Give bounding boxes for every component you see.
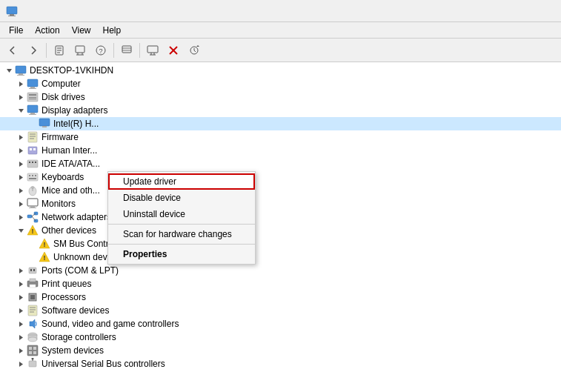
tree-toggle-soft[interactable] <box>15 305 27 316</box>
monitor-button[interactable] <box>143 41 162 60</box>
tree-label-sound: Sound, video and game controllers <box>42 319 179 329</box>
tree-item-sound[interactable]: Sound, video and game controllers <box>0 317 561 330</box>
tree-item-printq[interactable]: Print queues <box>0 277 561 290</box>
device-tree[interactable]: DESKTOP-1VKIHDNComputerDisk drivesDispla… <box>0 62 561 392</box>
svg-marker-99 <box>19 322 23 327</box>
tree-item-soft[interactable]: Software devices <box>0 304 561 317</box>
tree-label-display: Display adapters <box>42 105 107 116</box>
svg-rect-48 <box>28 147 37 154</box>
svg-rect-50 <box>33 148 36 150</box>
svg-rect-53 <box>29 162 30 163</box>
update-driver-button[interactable] <box>70 41 90 60</box>
tree-item-display[interactable]: Display adapters <box>0 104 561 117</box>
tree-icon-keyboards <box>27 171 39 183</box>
tree-icon-sound <box>27 318 39 330</box>
tree-item-smbus[interactable]: !SM Bus Controller <box>0 237 561 250</box>
tree-item-network[interactable]: Network adapters <box>0 210 561 224</box>
close-button[interactable] <box>521 0 555 22</box>
tree-item-storage[interactable]: Storage controllers <box>0 330 561 344</box>
tree-item-keyboards[interactable]: Keyboards <box>0 170 561 184</box>
tree-item-system[interactable]: System devices <box>0 344 561 357</box>
svg-marker-56 <box>19 175 23 180</box>
tree-toggle-proc[interactable] <box>15 291 27 303</box>
menu-item-help[interactable]: Help <box>97 24 127 37</box>
tree-toggle-smbus[interactable] <box>27 238 39 250</box>
tree-label-root: DESKTOP-1VKIHDN <box>30 65 113 76</box>
tree-toggle-monitors[interactable] <box>15 198 27 210</box>
tree-icon-computer <box>27 78 39 90</box>
tree-label-humanint: Human Inter... <box>42 145 97 156</box>
tree-item-other[interactable]: !Other devices <box>0 224 561 237</box>
tree-item-computer[interactable]: Computer <box>0 77 561 90</box>
svg-rect-71 <box>27 215 32 218</box>
main-area: DESKTOP-1VKIHDNComputerDisk drivesDispla… <box>0 62 561 392</box>
svg-marker-76 <box>19 229 24 233</box>
context-menu-item-update[interactable]: Update driver <box>108 173 255 190</box>
properties-button[interactable] <box>50 41 69 60</box>
svg-rect-29 <box>30 87 35 88</box>
context-menu-item-uninstall[interactable]: Uninstall device <box>108 206 255 222</box>
svg-rect-0 <box>7 7 17 14</box>
svg-rect-107 <box>29 347 32 350</box>
svg-rect-84 <box>29 268 36 273</box>
menu-item-file[interactable]: File <box>3 24 29 37</box>
help-button[interactable]: ? <box>91 41 110 60</box>
tree-toggle-network[interactable] <box>15 211 27 223</box>
tree-item-disk[interactable]: Disk drives <box>0 90 561 104</box>
maximize-button[interactable] <box>487 0 521 22</box>
tree-toggle-printq[interactable] <box>15 278 27 290</box>
app-icon <box>6 5 18 17</box>
tree-item-usb[interactable]: Universal Serial Bus controllers <box>0 357 561 371</box>
menu-item-view[interactable]: View <box>66 24 97 37</box>
tree-toggle-root[interactable] <box>3 64 15 76</box>
svg-rect-89 <box>30 279 36 282</box>
svg-point-114 <box>32 358 34 360</box>
back-button[interactable] <box>3 41 22 60</box>
tree-toggle-sound[interactable] <box>15 318 27 330</box>
svg-marker-100 <box>30 319 35 328</box>
tree-toggle-intel[interactable] <box>27 118 39 130</box>
tree-toggle-storage[interactable] <box>15 331 27 343</box>
tree-item-firmware[interactable]: Firmware <box>0 130 561 144</box>
minimize-button[interactable] <box>453 0 487 22</box>
tree-item-mice[interactable]: Mice and oth... <box>0 184 561 197</box>
scan-button[interactable] <box>185 41 204 60</box>
tree-toggle-other[interactable] <box>15 225 27 236</box>
tree-item-humanint[interactable]: Human Inter... <box>0 144 561 157</box>
tree-toggle-usb[interactable] <box>15 358 27 370</box>
tree-item-monitors[interactable]: Monitors <box>0 197 561 210</box>
tree-item-root[interactable]: DESKTOP-1VKIHDN <box>0 64 561 77</box>
tree-label-intel: Intel(R) H... <box>53 119 99 129</box>
title-bar <box>0 0 561 22</box>
tree-label-disk: Disk drives <box>42 92 85 102</box>
context-menu-item-scan[interactable]: Scan for hardware changes <box>108 226 255 242</box>
tree-toggle-mice[interactable] <box>15 185 27 196</box>
tree-item-ide[interactable]: IDE ATA/ATA... <box>0 157 561 170</box>
tree-toggle-keyboards[interactable] <box>15 171 27 183</box>
tree-label-storage: Storage controllers <box>42 332 116 342</box>
svg-marker-23 <box>7 69 12 73</box>
forward-button[interactable] <box>24 41 43 60</box>
context-menu-item-props[interactable]: Properties <box>108 246 255 262</box>
svg-rect-52 <box>27 160 38 167</box>
tree-item-unknown[interactable]: !Unknown device <box>0 250 561 264</box>
tree-toggle-computer[interactable] <box>15 78 27 90</box>
tree-toggle-unknown[interactable] <box>27 251 39 263</box>
context-menu-item-disable[interactable]: Disable device <box>108 190 255 206</box>
tree-item-proc[interactable]: Processors <box>0 290 561 304</box>
tree-toggle-ide[interactable] <box>15 158 27 170</box>
tree-item-intel[interactable]: Intel(R) H... <box>0 117 561 130</box>
remove-button[interactable] <box>164 41 183 60</box>
svg-marker-83 <box>19 268 23 273</box>
tree-toggle-disk[interactable] <box>15 91 27 103</box>
tree-toggle-ports[interactable] <box>15 265 27 276</box>
tree-toggle-humanint[interactable] <box>15 144 27 156</box>
view-button[interactable] <box>117 41 136 60</box>
svg-rect-13 <box>122 46 131 53</box>
tree-toggle-firmware[interactable] <box>15 131 27 143</box>
tree-toggle-display[interactable] <box>15 104 27 116</box>
tree-item-ports[interactable]: Ports (COM & LPT) <box>0 264 561 277</box>
svg-rect-68 <box>30 206 35 207</box>
menu-item-action[interactable]: Action <box>29 24 65 37</box>
tree-toggle-system[interactable] <box>15 345 27 356</box>
